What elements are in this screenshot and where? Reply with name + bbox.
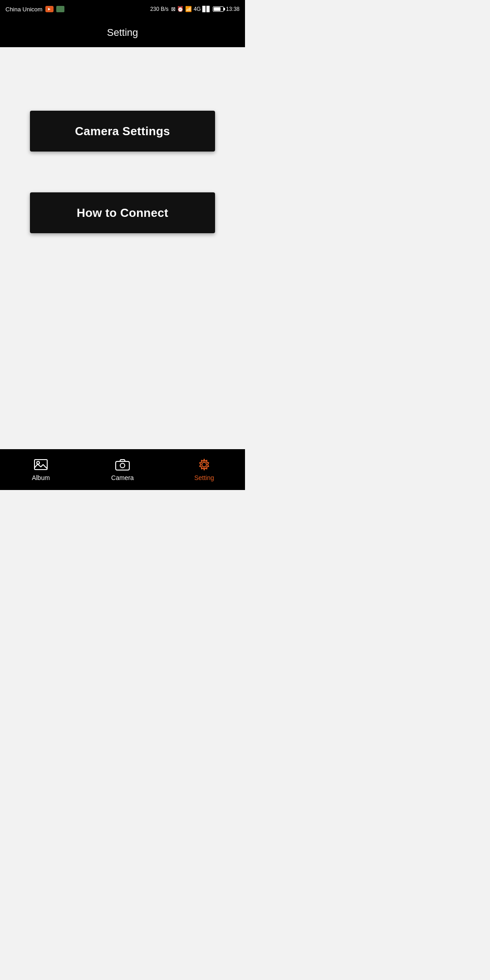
camera-icon — [115, 458, 130, 471]
nav-item-album[interactable]: Album — [0, 458, 82, 481]
svg-point-1 — [37, 461, 39, 464]
status-bar-left: China Unicom — [5, 6, 64, 13]
main-content: Camera Settings How to Connect — [0, 47, 245, 449]
battery-icon — [213, 6, 224, 12]
svg-rect-0 — [34, 460, 47, 470]
album-label: Album — [32, 474, 50, 481]
time: 13:38 — [226, 6, 240, 12]
network-speed: 230 B/s — [150, 6, 169, 12]
page-title: Setting — [107, 27, 138, 39]
svg-rect-2 — [116, 461, 129, 470]
status-bar: China Unicom 230 B/s ⊠ ⏰ 📶 4G ▊▊ 13:38 — [0, 0, 245, 18]
setting-label: Setting — [194, 474, 214, 481]
svg-point-3 — [120, 463, 125, 468]
nav-item-camera[interactable]: Camera — [82, 458, 163, 481]
camera-label: Camera — [111, 474, 134, 481]
app-header: Setting — [0, 18, 245, 47]
camera-settings-button[interactable]: Camera Settings — [30, 111, 215, 152]
nav-item-setting[interactable]: Setting — [163, 458, 245, 481]
signal-icons: ⊠ ⏰ 📶 4G ▊▊ — [171, 6, 211, 12]
green-icon — [56, 6, 64, 12]
setting-icon — [196, 458, 212, 471]
album-icon — [33, 458, 49, 471]
status-bar-right: 230 B/s ⊠ ⏰ 📶 4G ▊▊ 13:38 — [150, 6, 240, 12]
play-icon — [45, 6, 54, 12]
svg-point-4 — [202, 462, 206, 467]
carrier-name: China Unicom — [5, 6, 43, 13]
bottom-nav: Album Camera Setting — [0, 449, 245, 490]
how-to-connect-button[interactable]: How to Connect — [30, 192, 215, 233]
